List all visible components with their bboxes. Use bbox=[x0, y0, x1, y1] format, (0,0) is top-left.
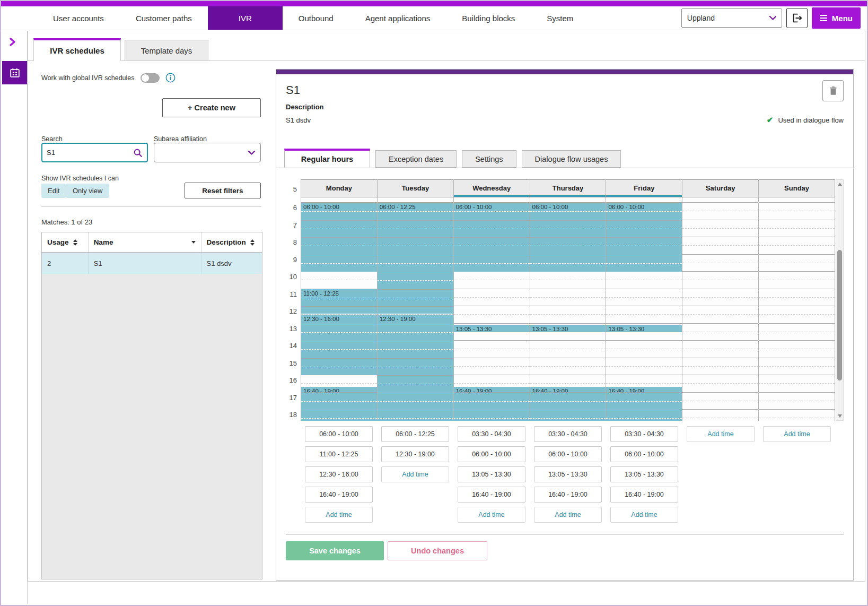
day-column-sunday: Sunday bbox=[758, 179, 835, 421]
scrollbar-thumb[interactable] bbox=[837, 250, 842, 380]
add-time-button[interactable]: Add time bbox=[610, 507, 678, 523]
scroll-up-arrow[interactable] bbox=[838, 183, 842, 186]
detail-tab-regular-hours[interactable]: Regular hours bbox=[284, 149, 370, 168]
detail-tab-exception-dates[interactable]: Exception dates bbox=[375, 150, 457, 168]
nav-item-user-accounts[interactable]: User accounts bbox=[37, 6, 120, 30]
undo-changes-button[interactable]: Undo changes bbox=[388, 541, 487, 560]
schedule-block[interactable]: 13:05 - 13:30 bbox=[530, 325, 606, 332]
trash-icon bbox=[829, 86, 838, 96]
time-chip[interactable]: 06:00 - 10:00 bbox=[305, 426, 373, 442]
time-chip[interactable]: 06:00 - 12:25 bbox=[381, 426, 449, 442]
day-body-monday[interactable]: 06:00 - 10:0011:00 - 12:2512:30 - 16:001… bbox=[301, 197, 377, 421]
nav-item-outbound[interactable]: Outbound bbox=[283, 6, 349, 30]
add-time-button[interactable]: Add time bbox=[381, 466, 449, 482]
create-new-button[interactable]: + Create new bbox=[162, 98, 261, 117]
chip-column-saturday: Add time bbox=[682, 426, 759, 527]
day-header-saturday: Saturday bbox=[682, 179, 758, 197]
nav-item-agent-applications[interactable]: Agent applications bbox=[349, 6, 446, 30]
schedule-block[interactable]: 06:00 - 10:00 bbox=[454, 203, 530, 272]
time-chip[interactable]: 16:40 - 19:00 bbox=[534, 487, 602, 503]
search-input[interactable] bbox=[42, 149, 133, 157]
filter-edit-button[interactable]: Edit bbox=[41, 184, 66, 198]
schedule-block[interactable]: 06:00 - 10:00 bbox=[606, 203, 682, 272]
day-column-monday: Monday06:00 - 10:0011:00 - 12:2512:30 - … bbox=[301, 179, 377, 421]
nav-item-customer-paths[interactable]: Customer paths bbox=[120, 6, 208, 30]
schedule-block[interactable]: 16:40 - 19:00 bbox=[530, 387, 606, 421]
delete-schedule-button[interactable] bbox=[822, 80, 844, 101]
search-label: Search bbox=[41, 135, 63, 143]
grid-scrollbar[interactable] bbox=[836, 179, 844, 421]
nav-item-system[interactable]: System bbox=[531, 6, 589, 30]
search-icon[interactable] bbox=[133, 148, 143, 158]
info-icon[interactable] bbox=[165, 73, 176, 83]
reset-filters-button[interactable]: Reset filters bbox=[185, 183, 261, 198]
time-chip[interactable]: 03:30 - 04:30 bbox=[534, 426, 602, 442]
table-row[interactable]: 2S1S1 dsdv bbox=[42, 253, 262, 274]
region-select[interactable]: Uppland bbox=[681, 8, 782, 28]
tab-template-days[interactable]: Template days bbox=[125, 40, 208, 61]
time-chip[interactable]: 06:00 - 10:00 bbox=[534, 446, 602, 462]
day-header-friday: Friday bbox=[606, 179, 682, 197]
schedule-block[interactable]: 12:30 - 19:00 bbox=[378, 315, 453, 421]
time-chip[interactable]: 16:40 - 19:00 bbox=[610, 487, 678, 503]
menu-button[interactable]: Menu bbox=[812, 7, 861, 29]
time-chip[interactable]: 13:05 - 13:30 bbox=[610, 466, 678, 482]
time-chip-area: 06:00 - 10:0011:00 - 12:2512:30 - 16:001… bbox=[301, 426, 835, 527]
column-header-usage[interactable]: Usage bbox=[42, 232, 89, 252]
add-time-button[interactable]: Add time bbox=[763, 426, 831, 442]
chip-column-monday: 06:00 - 10:0011:00 - 12:2512:30 - 16:001… bbox=[301, 426, 377, 527]
nav-item-building-blocks[interactable]: Building blocks bbox=[446, 6, 531, 30]
schedule-block[interactable]: 16:40 - 19:00 bbox=[454, 387, 530, 421]
schedule-block[interactable]: 11:00 - 12:25 bbox=[301, 289, 377, 314]
add-time-button[interactable]: Add time bbox=[305, 507, 373, 523]
column-header-description[interactable]: Description bbox=[201, 232, 262, 252]
time-chip[interactable]: 13:05 - 13:30 bbox=[534, 466, 602, 482]
add-time-button[interactable]: Add time bbox=[458, 507, 525, 523]
day-body-thursday[interactable]: 06:00 - 10:0013:05 - 13:3016:40 - 19:00 bbox=[530, 197, 606, 421]
filter-only-view-button[interactable]: Only view bbox=[66, 184, 109, 198]
expand-sidebar-button[interactable] bbox=[10, 38, 27, 48]
time-chip[interactable]: 16:40 - 19:00 bbox=[305, 487, 373, 503]
detail-tab-dialogue-flow-usages[interactable]: Dialogue flow usages bbox=[522, 150, 621, 168]
global-toggle-switch[interactable] bbox=[141, 73, 160, 83]
day-body-wednesday[interactable]: 06:00 - 10:0013:05 - 13:3016:40 - 19:00 bbox=[454, 197, 530, 421]
app-window: User accountsCustomer pathsIVROutboundAg… bbox=[0, 0, 868, 606]
day-body-friday[interactable]: 06:00 - 10:0013:05 - 13:3016:40 - 19:00 bbox=[606, 197, 682, 421]
block-time-label: 13:05 - 13:30 bbox=[454, 325, 530, 332]
day-body-saturday[interactable] bbox=[682, 197, 758, 421]
time-chip[interactable]: 06:00 - 10:00 bbox=[458, 446, 525, 462]
schedule-block[interactable]: 16:40 - 19:00 bbox=[301, 387, 377, 421]
schedule-block[interactable]: 16:40 - 19:00 bbox=[606, 387, 682, 421]
detail-tab-settings[interactable]: Settings bbox=[462, 150, 516, 168]
hour-label: 18 bbox=[290, 411, 297, 419]
side-rail bbox=[2, 31, 28, 604]
time-chip[interactable]: 06:00 - 10:00 bbox=[610, 446, 678, 462]
add-time-button[interactable]: Add time bbox=[534, 507, 602, 523]
subarea-select[interactable] bbox=[154, 143, 261, 162]
nav-item-ivr[interactable]: IVR bbox=[208, 6, 283, 30]
schedule-block[interactable]: 06:00 - 12:25 bbox=[378, 203, 453, 314]
schedule-block[interactable]: 13:05 - 13:30 bbox=[606, 325, 682, 332]
schedule-block[interactable]: 12:30 - 16:00 bbox=[301, 315, 377, 375]
schedule-block[interactable]: 13:05 - 13:30 bbox=[454, 325, 530, 332]
day-body-sunday[interactable] bbox=[759, 197, 835, 421]
column-header-name[interactable]: Name bbox=[89, 232, 201, 252]
schedule-block[interactable]: 06:00 - 10:00 bbox=[530, 203, 606, 272]
tab-ivr-schedules[interactable]: IVR schedules bbox=[33, 38, 121, 61]
time-chip[interactable]: 13:05 - 13:30 bbox=[458, 466, 525, 482]
time-chip[interactable]: 03:30 - 04:30 bbox=[610, 426, 678, 442]
day-header-tuesday: Tuesday bbox=[378, 179, 453, 197]
schedule-block[interactable]: 06:00 - 10:00 bbox=[301, 203, 377, 272]
sidebar-item-ivr-schedules[interactable] bbox=[2, 61, 27, 84]
time-chip[interactable]: 12:30 - 19:00 bbox=[381, 446, 449, 462]
logout-button[interactable] bbox=[786, 8, 808, 28]
time-chip[interactable]: 12:30 - 16:00 bbox=[305, 466, 373, 482]
add-time-button[interactable]: Add time bbox=[687, 426, 755, 442]
save-changes-button[interactable]: Save changes bbox=[286, 541, 384, 560]
nav-right: Uppland Menu bbox=[681, 6, 867, 30]
scroll-down-arrow[interactable] bbox=[838, 414, 842, 418]
time-chip[interactable]: 03:30 - 04:30 bbox=[458, 426, 525, 442]
day-body-tuesday[interactable]: 06:00 - 12:2512:30 - 19:00 bbox=[378, 197, 453, 421]
time-chip[interactable]: 16:40 - 19:00 bbox=[458, 487, 525, 503]
time-chip[interactable]: 11:00 - 12:25 bbox=[305, 446, 373, 462]
